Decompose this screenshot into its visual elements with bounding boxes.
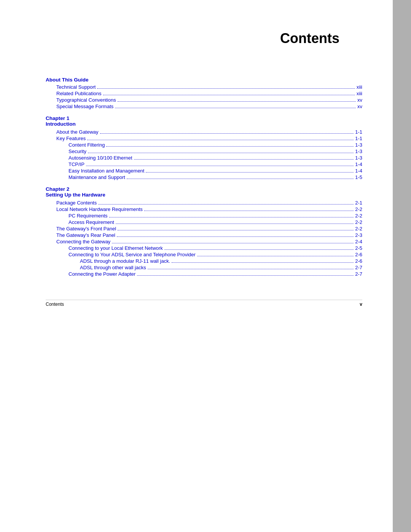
toc-container: About This Guide Technical Support xiii … bbox=[46, 77, 362, 277]
page-num: 2-4 bbox=[355, 239, 362, 244]
entry-label: Connecting the Power Adapter bbox=[46, 271, 135, 277]
entry-label: Technical Support bbox=[46, 84, 96, 90]
toc-entry-connecting-local-ethernet[interactable]: Connecting to your Local Ethernet Networ… bbox=[46, 245, 362, 251]
toc-entry-content-filtering[interactable]: Content Filtering 1-3 bbox=[46, 142, 362, 148]
toc-entry-typographical[interactable]: Typographical Conventions xv bbox=[46, 97, 362, 103]
page-num: 1-4 bbox=[355, 161, 362, 167]
chapter2-title: Setting Up the Hardware bbox=[46, 192, 362, 198]
entry-label: TCP/IP bbox=[46, 161, 84, 167]
toc-entry-about-gateway[interactable]: About the Gateway 1-1 bbox=[46, 129, 362, 135]
page-num: 2-2 bbox=[355, 226, 362, 232]
dot-leader bbox=[144, 211, 354, 211]
entry-label: Special Message Formats bbox=[46, 104, 113, 109]
toc-entry-easy-install[interactable]: Easy Installation and Management 1-4 bbox=[46, 168, 362, 174]
toc-entry-pc-requirements[interactable]: PC Requirements 2-2 bbox=[46, 213, 362, 219]
dot-leader bbox=[172, 262, 354, 263]
toc-entry-front-panel[interactable]: The Gateway's Front Panel 2-2 bbox=[46, 226, 362, 232]
dot-leader bbox=[97, 88, 355, 89]
dot-leader bbox=[106, 146, 354, 147]
toc-entry-tcpip[interactable]: TCP/IP 1-4 bbox=[46, 161, 362, 167]
dot-leader bbox=[134, 159, 354, 160]
entry-label: Related Publications bbox=[46, 91, 102, 96]
dot-leader bbox=[137, 275, 354, 276]
page-num: 1-1 bbox=[355, 136, 362, 141]
dot-leader bbox=[117, 236, 354, 237]
entry-label: Package Contents bbox=[46, 200, 97, 206]
page-wrapper: Contents About This Guide Technical Supp… bbox=[0, 0, 411, 532]
dot-leader bbox=[148, 269, 354, 269]
dot-leader bbox=[98, 204, 354, 204]
toc-entry-adsl-other-jacks[interactable]: ADSL through other wall jacks 2-7 bbox=[46, 265, 362, 270]
entry-label: Access Requirement bbox=[46, 219, 114, 225]
entry-label: Connecting the Gateway bbox=[46, 239, 110, 244]
toc-entry-connecting-adsl[interactable]: Connecting to Your ADSL Service and Tele… bbox=[46, 252, 362, 257]
toc-entry-local-network-hw[interactable]: Local Network Hardware Requirements 2-2 bbox=[46, 206, 362, 212]
dot-leader bbox=[88, 153, 354, 153]
entry-label: Autosensing 10/100 Ethernet bbox=[46, 155, 132, 161]
page-num: xv bbox=[357, 104, 362, 109]
dot-leader bbox=[115, 108, 356, 108]
chapter1-label: Chapter 1 bbox=[46, 115, 362, 121]
entry-label: ADSL through a modular RJ-11 wall jack. bbox=[46, 258, 170, 264]
toc-entry-maintenance[interactable]: Maintenance and Support 1-5 bbox=[46, 174, 362, 180]
page-num: xv bbox=[357, 97, 362, 103]
page-num: 1-3 bbox=[355, 155, 362, 161]
page-num: xiii bbox=[357, 91, 362, 96]
entry-label: The Gateway's Rear Panel bbox=[46, 232, 115, 238]
page-num: 1-3 bbox=[355, 142, 362, 148]
dot-leader bbox=[127, 179, 354, 179]
entry-label: Connecting to Your ADSL Service and Tele… bbox=[46, 252, 196, 257]
dot-leader bbox=[197, 256, 354, 256]
page-num: 2-7 bbox=[355, 271, 362, 277]
dot-leader bbox=[146, 172, 354, 173]
page-num: 2-6 bbox=[355, 258, 362, 264]
footer: Contents v bbox=[46, 300, 362, 307]
dot-leader bbox=[118, 230, 354, 230]
page-num: 2-2 bbox=[355, 206, 362, 212]
page-num: 2-6 bbox=[355, 252, 362, 257]
page-num: 2-3 bbox=[355, 232, 362, 238]
page-num: 2-5 bbox=[355, 245, 362, 251]
dot-leader bbox=[87, 140, 354, 140]
page-num: 2-2 bbox=[355, 213, 362, 219]
page-num: 2-1 bbox=[355, 200, 362, 206]
about-this-guide-heading: About This Guide bbox=[46, 77, 362, 83]
toc-entry-security[interactable]: Security 1-3 bbox=[46, 149, 362, 154]
toc-entry-adsl-rj11[interactable]: ADSL through a modular RJ-11 wall jack. … bbox=[46, 258, 362, 264]
toc-entry-special-message[interactable]: Special Message Formats xv bbox=[46, 104, 362, 109]
chapter2-label: Chapter 2 bbox=[46, 186, 362, 192]
entry-label: Maintenance and Support bbox=[46, 174, 125, 180]
page-num: 1-1 bbox=[355, 129, 362, 135]
dot-leader bbox=[164, 249, 354, 250]
page-num: xiii bbox=[357, 84, 362, 90]
toc-entry-package-contents[interactable]: Package Contents 2-1 bbox=[46, 200, 362, 206]
toc-entry-rear-panel[interactable]: The Gateway's Rear Panel 2-3 bbox=[46, 232, 362, 238]
toc-entry-key-features[interactable]: Key Features 1-1 bbox=[46, 136, 362, 141]
dot-leader bbox=[86, 166, 354, 166]
entry-label: Key Features bbox=[46, 136, 86, 141]
dot-leader bbox=[100, 133, 354, 134]
toc-entry-autosensing[interactable]: Autosensing 10/100 Ethernet 1-3 bbox=[46, 155, 362, 161]
toc-entry-access-requirement[interactable]: Access Requirement 2-2 bbox=[46, 219, 362, 225]
entry-label: Typographical Conventions bbox=[46, 97, 116, 103]
page-num: 1-5 bbox=[355, 174, 362, 180]
page-num: 2-7 bbox=[355, 265, 362, 270]
entry-label: The Gateway's Front Panel bbox=[46, 226, 116, 232]
dot-leader bbox=[109, 217, 354, 217]
footer-page-number: v bbox=[360, 302, 362, 307]
toc-entry-connecting-gateway[interactable]: Connecting the Gateway 2-4 bbox=[46, 239, 362, 244]
entry-label: Security bbox=[46, 149, 86, 154]
dot-leader bbox=[112, 243, 354, 243]
page-num: 1-4 bbox=[355, 168, 362, 174]
entry-label: Connecting to your Local Ethernet Networ… bbox=[46, 245, 163, 251]
main-content: Contents About This Guide Technical Supp… bbox=[0, 0, 393, 532]
right-sidebar bbox=[393, 0, 411, 532]
entry-label: Easy Installation and Management bbox=[46, 168, 144, 174]
entry-label: About the Gateway bbox=[46, 129, 99, 135]
toc-entry-related-publications[interactable]: Related Publications xiii bbox=[46, 91, 362, 96]
entry-label: PC Requirements bbox=[46, 213, 108, 219]
entry-label: Local Network Hardware Requirements bbox=[46, 206, 143, 212]
toc-entry-power-adapter[interactable]: Connecting the Power Adapter 2-7 bbox=[46, 271, 362, 277]
toc-entry-technical-support[interactable]: Technical Support xiii bbox=[46, 84, 362, 90]
dot-leader bbox=[118, 101, 356, 102]
